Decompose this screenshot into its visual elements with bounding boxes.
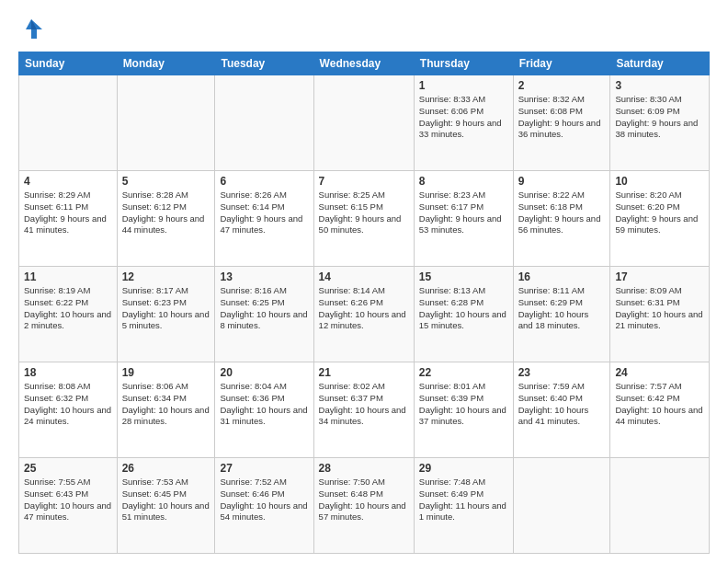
calendar-week-1: 4Sunrise: 8:29 AM Sunset: 6:11 PM Daylig… [19,171,710,267]
day-info: Sunrise: 8:13 AM Sunset: 6:28 PM Dayligh… [419,285,508,332]
col-wednesday: Wednesday [313,52,414,75]
day-info: Sunrise: 8:22 AM Sunset: 6:18 PM Dayligh… [518,190,606,236]
calendar-week-3: 18Sunrise: 8:08 AM Sunset: 6:32 PM Dayli… [19,362,710,458]
day-info: Sunrise: 8:11 AM Sunset: 6:29 PM Dayligh… [518,285,606,332]
calendar-cell [215,75,313,171]
calendar-cell: 6Sunrise: 8:26 AM Sunset: 6:14 PM Daylig… [215,171,313,267]
calendar-cell: 19Sunrise: 8:06 AM Sunset: 6:34 PM Dayli… [117,362,215,458]
day-info: Sunrise: 8:17 AM Sunset: 6:23 PM Dayligh… [122,285,210,332]
day-info: Sunrise: 8:28 AM Sunset: 6:12 PM Dayligh… [122,190,210,236]
calendar-cell: 5Sunrise: 8:28 AM Sunset: 6:12 PM Daylig… [117,171,215,267]
calendar: Sunday Monday Tuesday Wednesday Thursday… [18,52,710,554]
day-info: Sunrise: 8:02 AM Sunset: 6:37 PM Dayligh… [319,381,409,428]
calendar-cell: 17Sunrise: 8:09 AM Sunset: 6:31 PM Dayli… [610,267,710,362]
calendar-cell [513,458,610,554]
day-number: 19 [122,366,210,379]
calendar-cell: 18Sunrise: 8:08 AM Sunset: 6:32 PM Dayli… [19,362,118,458]
day-info: Sunrise: 8:01 AM Sunset: 6:39 PM Dayligh… [419,381,508,428]
calendar-cell: 25Sunrise: 7:55 AM Sunset: 6:43 PM Dayli… [19,458,118,554]
day-info: Sunrise: 7:57 AM Sunset: 6:42 PM Dayligh… [615,381,704,428]
day-number: 11 [24,270,112,283]
day-info: Sunrise: 8:33 AM Sunset: 6:06 PM Dayligh… [419,94,508,141]
day-number: 22 [419,366,508,379]
calendar-cell: 15Sunrise: 8:13 AM Sunset: 6:28 PM Dayli… [414,267,513,362]
day-number: 1 [419,79,508,92]
day-number: 24 [615,366,704,379]
calendar-cell: 27Sunrise: 7:52 AM Sunset: 6:46 PM Dayli… [215,458,313,554]
day-number: 7 [319,175,409,188]
calendar-cell: 22Sunrise: 8:01 AM Sunset: 6:39 PM Dayli… [414,362,513,458]
day-info: Sunrise: 8:32 AM Sunset: 6:08 PM Dayligh… [518,94,606,141]
day-info: Sunrise: 8:19 AM Sunset: 6:22 PM Dayligh… [24,285,112,332]
day-number: 15 [419,270,508,283]
day-info: Sunrise: 8:08 AM Sunset: 6:32 PM Dayligh… [24,381,112,428]
calendar-cell: 14Sunrise: 8:14 AM Sunset: 6:26 PM Dayli… [313,267,414,362]
day-number: 29 [419,462,508,475]
day-info: Sunrise: 8:04 AM Sunset: 6:36 PM Dayligh… [220,381,308,428]
day-info: Sunrise: 7:52 AM Sunset: 6:46 PM Dayligh… [220,477,308,523]
calendar-cell [19,75,118,171]
day-info: Sunrise: 8:26 AM Sunset: 6:14 PM Dayligh… [220,190,308,236]
calendar-week-4: 25Sunrise: 7:55 AM Sunset: 6:43 PM Dayli… [19,458,710,554]
day-number: 14 [319,270,409,283]
calendar-cell [610,458,710,554]
day-number: 9 [518,175,606,188]
calendar-cell: 24Sunrise: 7:57 AM Sunset: 6:42 PM Dayli… [610,362,710,458]
day-number: 23 [518,366,606,379]
day-info: Sunrise: 8:09 AM Sunset: 6:31 PM Dayligh… [615,285,704,332]
calendar-week-0: 1Sunrise: 8:33 AM Sunset: 6:06 PM Daylig… [19,75,710,171]
day-info: Sunrise: 7:59 AM Sunset: 6:40 PM Dayligh… [518,381,606,428]
calendar-cell: 29Sunrise: 7:48 AM Sunset: 6:49 PM Dayli… [414,458,513,554]
day-number: 3 [615,79,704,92]
day-number: 4 [24,175,112,188]
day-number: 27 [220,462,308,475]
day-info: Sunrise: 8:30 AM Sunset: 6:09 PM Dayligh… [615,94,704,141]
day-number: 8 [419,175,508,188]
calendar-cell: 3Sunrise: 8:30 AM Sunset: 6:09 PM Daylig… [610,75,710,171]
calendar-cell: 8Sunrise: 8:23 AM Sunset: 6:17 PM Daylig… [414,171,513,267]
col-sunday: Sunday [19,52,118,75]
day-number: 28 [319,462,409,475]
day-info: Sunrise: 8:16 AM Sunset: 6:25 PM Dayligh… [220,285,308,332]
calendar-cell: 26Sunrise: 7:53 AM Sunset: 6:45 PM Dayli… [117,458,215,554]
col-monday: Monday [117,52,215,75]
col-tuesday: Tuesday [215,52,313,75]
day-number: 10 [615,175,704,188]
day-info: Sunrise: 8:20 AM Sunset: 6:20 PM Dayligh… [615,190,704,236]
calendar-cell: 9Sunrise: 8:22 AM Sunset: 6:18 PM Daylig… [513,171,610,267]
day-number: 12 [122,270,210,283]
day-info: Sunrise: 8:25 AM Sunset: 6:15 PM Dayligh… [319,190,409,236]
page: Sunday Monday Tuesday Wednesday Thursday… [0,0,728,563]
calendar-cell: 16Sunrise: 8:11 AM Sunset: 6:29 PM Dayli… [513,267,610,362]
calendar-cell: 21Sunrise: 8:02 AM Sunset: 6:37 PM Dayli… [313,362,414,458]
day-number: 13 [220,270,308,283]
calendar-header-row: Sunday Monday Tuesday Wednesday Thursday… [19,52,710,75]
day-info: Sunrise: 7:48 AM Sunset: 6:49 PM Dayligh… [419,477,508,523]
calendar-cell: 23Sunrise: 7:59 AM Sunset: 6:40 PM Dayli… [513,362,610,458]
day-number: 25 [24,462,112,475]
logo [18,17,48,42]
calendar-cell: 7Sunrise: 8:25 AM Sunset: 6:15 PM Daylig… [313,171,414,267]
day-info: Sunrise: 8:29 AM Sunset: 6:11 PM Dayligh… [24,190,112,236]
calendar-cell: 10Sunrise: 8:20 AM Sunset: 6:20 PM Dayli… [610,171,710,267]
header [18,17,710,42]
calendar-cell: 11Sunrise: 8:19 AM Sunset: 6:22 PM Dayli… [19,267,118,362]
day-info: Sunrise: 8:23 AM Sunset: 6:17 PM Dayligh… [419,190,508,236]
day-number: 18 [24,366,112,379]
col-friday: Friday [513,52,610,75]
day-number: 2 [518,79,606,92]
day-info: Sunrise: 8:06 AM Sunset: 6:34 PM Dayligh… [122,381,210,428]
day-info: Sunrise: 7:55 AM Sunset: 6:43 PM Dayligh… [24,477,112,523]
calendar-cell [117,75,215,171]
col-thursday: Thursday [414,52,513,75]
calendar-cell: 28Sunrise: 7:50 AM Sunset: 6:48 PM Dayli… [313,458,414,554]
day-number: 6 [220,175,308,188]
day-info: Sunrise: 7:53 AM Sunset: 6:45 PM Dayligh… [122,477,210,523]
calendar-cell: 4Sunrise: 8:29 AM Sunset: 6:11 PM Daylig… [19,171,118,267]
day-number: 26 [122,462,210,475]
calendar-week-2: 11Sunrise: 8:19 AM Sunset: 6:22 PM Dayli… [19,267,710,362]
calendar-cell: 20Sunrise: 8:04 AM Sunset: 6:36 PM Dayli… [215,362,313,458]
logo-icon [18,17,44,42]
calendar-cell: 1Sunrise: 8:33 AM Sunset: 6:06 PM Daylig… [414,75,513,171]
col-saturday: Saturday [610,52,710,75]
